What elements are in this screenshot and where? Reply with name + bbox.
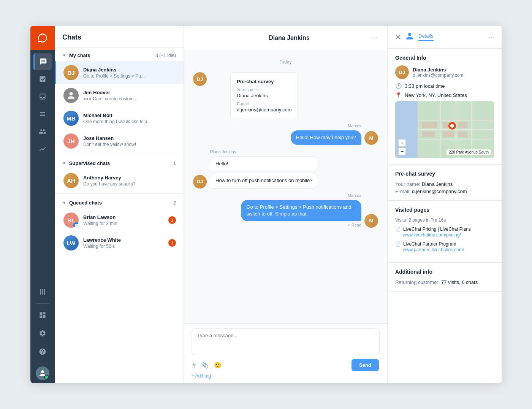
chats-title: Chats: [62, 33, 81, 41]
chat-icon: [40, 58, 47, 65]
additional-info-title: Additional info: [395, 269, 494, 275]
chat-name-brian-lawson: Brian Lawson: [83, 214, 164, 220]
message-bubble-wrap-visitor-1: Diana Jenkins Hello! How to turn off pus…: [210, 149, 318, 188]
send-button[interactable]: Send: [352, 359, 379, 371]
chat-item-michael-bolt[interactable]: MB Michael Bolt One more thing I would l…: [55, 107, 184, 130]
chat-item-jose-hansen[interactable]: JH Jose Hansen Don't eat the yellow snow…: [55, 130, 184, 152]
message-input[interactable]: [192, 328, 380, 355]
chat-name-anthony-harvey: Anthony Harvey: [83, 175, 176, 181]
chat-badge-brian-lawson: 1: [168, 216, 176, 224]
details-panel: ✕ Details ··· General Info DJ Diana Jenk…: [388, 26, 502, 383]
map-zoom-out[interactable]: −: [398, 147, 406, 155]
chat-item-jim-hoover[interactable]: Jim Hoover ●●● Can I create custom...: [55, 84, 184, 107]
map-zoom-in[interactable]: +: [398, 139, 406, 147]
attachment-icon[interactable]: 📎: [201, 361, 209, 369]
user-avatar-nav[interactable]: [36, 366, 49, 380]
page-icon-1: 📄: [395, 227, 401, 232]
close-button[interactable]: ✕: [395, 33, 401, 41]
nav-item-analytics[interactable]: [33, 141, 52, 157]
general-info-title: General Info: [395, 55, 494, 61]
visits-summary: Visits: 2 pages in 7m 16s: [395, 217, 494, 223]
chat-item-anthony-harvey[interactable]: AH Anthony Harvey Do you have any snacks…: [55, 169, 184, 192]
hashtag-icon[interactable]: #: [192, 362, 196, 369]
detail-person-info: Diana Jenkins d.jenkins@company.com: [413, 67, 463, 78]
nav-item-layout[interactable]: [33, 307, 52, 323]
person-icon: [405, 32, 414, 42]
chat-preview-michael-bolt: One more thing I would like to a...: [83, 119, 176, 124]
add-tag-link[interactable]: + Add tag: [192, 373, 211, 379]
nav-logo[interactable]: [30, 26, 55, 50]
chat-preview-brian-lawson: Waiting for 3 min: [83, 221, 164, 226]
svg-rect-12: [443, 132, 454, 137]
nav-item-help[interactable]: [33, 343, 52, 360]
visited-link-1[interactable]: www.livechatinc.com/pricing/: [403, 232, 461, 238]
help-icon: [39, 348, 46, 355]
nav-divider-1: [36, 303, 49, 304]
map-zoom-controls: + −: [398, 139, 406, 155]
chat-name-michael-bolt: Michael Bolt: [83, 113, 176, 118]
chat-item-diana-jenkins[interactable]: DJ Diana Jenkins Go to Profile > Setting…: [55, 61, 184, 84]
survey-email-value: d.jenkins@company.com: [237, 107, 291, 113]
location-pin-icon: 📍: [395, 92, 402, 98]
nav-item-inbox[interactable]: [33, 88, 52, 105]
page-icon-2: 📄: [395, 241, 401, 247]
emoji-icon[interactable]: 🙂: [214, 361, 222, 369]
supervised-chats-section-header[interactable]: ▼ Supervised chats 1: [55, 156, 184, 169]
visited-link-2[interactable]: www.partners.livechatinc.com/: [403, 247, 464, 252]
agent-bubble-1: Hello! How may I help you?: [291, 130, 361, 145]
nav-item-chats[interactable]: [33, 53, 52, 70]
messenger-icon: [74, 224, 78, 227]
chat-preview-diana-jenkins: Go to Profile > Settings > Pu...: [83, 73, 176, 79]
analytics-icon: [39, 145, 46, 153]
chat-item-lawrence-white[interactable]: LW Lawrence White Waiting for 52 s 1: [55, 231, 184, 254]
supervised-chats-title: Supervised chats: [69, 160, 170, 166]
chat-header-more-options[interactable]: ···: [370, 34, 378, 42]
nav-item-reports[interactable]: [33, 71, 52, 87]
avatar-person-icon: [67, 91, 75, 100]
read-receipt: ✓ Read: [347, 223, 361, 228]
avatar-diana-jenkins: DJ: [63, 65, 79, 80]
supervised-chats-chevron: ▼: [62, 161, 66, 165]
details-body: General Info DJ Diana Jenkins d.jenkins@…: [388, 49, 502, 383]
visited-pages-section: Visited pages Visits: 2 pages in 7m 16s …: [388, 201, 502, 263]
queued-chats-section-header[interactable]: ▼ Queued chats 2: [55, 195, 184, 209]
my-chats-section-header[interactable]: ▼ My chats 3 (+1 idle): [55, 48, 184, 61]
my-chats-chevron: ▼: [62, 53, 66, 57]
user-avatar-icon: [39, 369, 46, 377]
date-divider: Today: [193, 59, 378, 65]
chat-info-anthony-harvey: Anthony Harvey Do you have any snacks?: [83, 175, 176, 187]
nav-item-settings[interactable]: [33, 325, 52, 342]
avatar-anthony-harvey: AH: [63, 173, 79, 188]
returning-customer-label: Returning customer:: [395, 279, 440, 285]
pre-chat-name-label: Your name:: [395, 181, 420, 187]
nav-item-integrations[interactable]: [33, 284, 52, 300]
agent-sender-name-2: Marcos: [348, 193, 361, 198]
app-container: Chats ▼ My chats 3 (+1 idle) DJ Diana Je…: [30, 26, 502, 383]
nav-item-queue[interactable]: [33, 106, 52, 122]
reports-icon: [39, 75, 46, 83]
detail-person-avatar: DJ: [395, 65, 409, 79]
pre-chat-survey-section: Pre-chat survey Your name: Diana Jenkins…: [388, 165, 502, 201]
details-tab-details[interactable]: Details: [418, 33, 434, 41]
details-more-options[interactable]: ···: [488, 33, 494, 41]
chat-header-contact-name: Diana Jenkins: [208, 35, 370, 41]
returning-customer-row: Returning customer: 77 visits, 6 chats: [395, 279, 494, 285]
inbox-icon: [39, 93, 46, 100]
queued-chats-chevron: ▼: [62, 201, 66, 205]
chat-item-brian-lawson[interactable]: BL Brian Lawson Waiting for 3 min 1: [55, 209, 184, 231]
map-inner: 228 Park Avenue South + −: [395, 101, 494, 158]
detail-time-row: 🕐 3:33 pm local time: [395, 83, 494, 89]
chat-name-diana-jenkins: Diana Jenkins: [83, 67, 176, 73]
survey-avatar: DJ: [193, 72, 207, 86]
visited-pages-title: Visited pages: [395, 207, 494, 213]
nav-item-visitors[interactable]: [33, 123, 52, 140]
survey-card-title: Pre-chat survey: [237, 79, 291, 84]
pre-chat-survey-title: Pre-chat survey: [395, 171, 494, 177]
svg-point-16: [450, 124, 454, 128]
message-row-agent-1: Marcos Hello! How may I help you? M: [193, 124, 378, 145]
person-svg-icon: [405, 32, 414, 40]
visitor-bubble-1: Hello!: [210, 156, 318, 171]
supervised-chats-count: 1: [173, 161, 176, 166]
settings-icon: [39, 330, 46, 337]
visited-page-1: 📄 LiveChat Pricing | LiveChat Plans www.…: [395, 227, 494, 238]
